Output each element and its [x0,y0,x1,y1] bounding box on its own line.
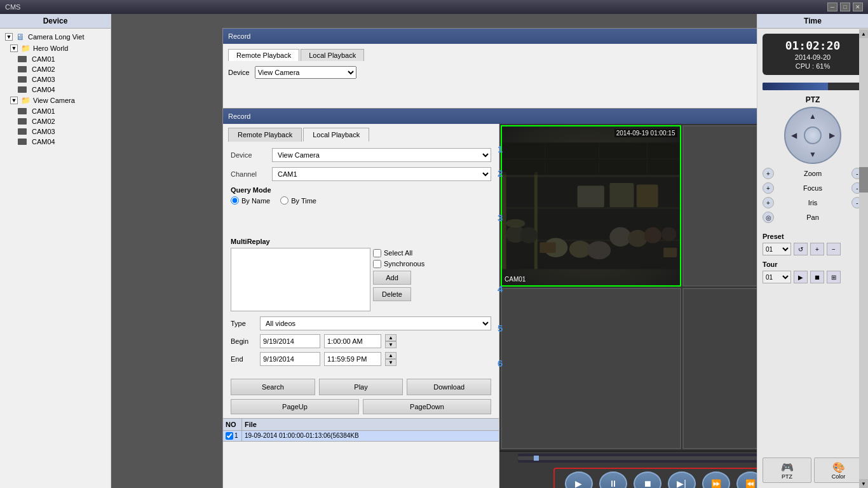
device-select[interactable]: View Camera [272,148,491,162]
col-file: File [242,419,499,430]
pan-radio-btn[interactable]: ◎ [763,212,774,223]
multi-replay-list[interactable] [231,248,370,311]
radio-by-name-input[interactable] [231,196,239,205]
maximize-btn[interactable]: □ [840,3,850,11]
zoom-plus-btn[interactable]: + [763,168,774,179]
begin-date-input[interactable] [260,334,320,348]
synchronous-checkbox[interactable]: Synchronous [373,260,424,268]
svg-rect-14 [609,183,634,207]
iris-plus-btn[interactable]: + [763,197,774,208]
sidebar-item-cam03-hw[interactable]: CAM03 [3,74,108,85]
right-scrollbar[interactable]: ▲ ▼ [859,29,868,488]
tab-local-playback[interactable]: Local Playback [303,128,369,142]
preset-row: 01 ↺ + − [763,243,863,255]
sidebar-item-view-camera[interactable]: ▼ 📁 View Camera [3,95,108,106]
camera-cell-1[interactable]: 2014-09-19 01:00:15 CAM01 [501,125,681,287]
file-row-checkbox[interactable] [226,432,233,440]
tree-label-cam03-hw: CAM03 [32,76,55,83]
preset-select[interactable]: 01 [763,243,791,255]
timeline-thumb[interactable] [534,456,539,461]
sidebar-item-cam01-hw[interactable]: CAM01 [3,54,108,64]
sidebar-item-camera-long-viet[interactable]: ▼ 🖥 Camera Long Viet [3,31,108,43]
preset-add-btn[interactable]: + [810,243,824,255]
ptz-center-btn[interactable] [804,126,822,144]
tour-select[interactable]: 01 [763,271,791,283]
expand-hero-world[interactable]: ▼ [10,44,18,52]
ptz-down-arrow[interactable]: ▼ [807,149,818,160]
expand-camera-long-viet[interactable]: ▼ [5,33,13,41]
bg-tab-local[interactable]: Local Playback [301,49,364,61]
pause-ctrl-btn[interactable]: ⏸ [599,471,627,488]
ptz-pad[interactable]: ▲ ▼ ◀ ▶ [784,107,841,164]
type-section: Type All videos Begin ▲ ▼ [223,311,499,375]
search-button[interactable]: Search [231,379,315,395]
minimize-btn[interactable]: ─ [827,3,837,11]
fast-fwd-ctrl-btn[interactable]: ⏩ [702,471,730,488]
tour-play-btn[interactable]: ▶ [794,271,808,283]
step-fwd-ctrl-btn[interactable]: ▶| [668,471,696,488]
page-up-button[interactable]: PageUp [231,399,359,414]
svg-point-11 [644,227,661,243]
end-time-up[interactable]: ▲ [385,352,397,359]
tour-grid-btn[interactable]: ⊞ [827,271,841,283]
page-down-button[interactable]: PageDown [363,399,491,414]
end-time-input[interactable] [324,352,381,366]
sidebar-item-cam04-vc[interactable]: CAM04 [3,137,108,147]
pan-row: ◎ Pan [763,212,863,223]
ptz-bottom-btn[interactable]: 🎮 PTZ [763,458,811,483]
preset-refresh-btn[interactable]: ↺ [794,243,808,255]
download-button[interactable]: Download [407,379,491,395]
expand-view-camera[interactable]: ▼ [10,97,18,104]
cam-nosignal-3 [502,289,680,448]
svg-point-10 [628,230,647,247]
ptz-label: PTZ [757,93,868,107]
tree-label-cam03-vc: CAM03 [32,128,55,135]
play-ctrl-btn[interactable]: ▶ [565,471,593,488]
radio-by-time-input[interactable] [280,196,288,205]
bg-device-select[interactable]: View Camera [255,66,356,79]
sidebar-item-cam02-hw[interactable]: CAM02 [3,64,108,74]
type-select[interactable]: All videos [260,316,491,330]
radio-by-name[interactable]: By Name [231,196,270,205]
table-row[interactable]: 1 19-09-2014 01:00:00-01:13:06(56384KB [223,431,499,442]
sidebar-item-cam03-vc[interactable]: CAM03 [3,126,108,137]
scroll-down-btn[interactable]: ▼ [859,479,868,488]
add-button[interactable]: Add [373,271,411,285]
sidebar-item-cam04-hw[interactable]: CAM04 [3,85,108,95]
begin-time-input[interactable] [324,334,381,348]
select-all-checkbox[interactable]: Select All [373,249,424,257]
camera-cell-3[interactable] [501,288,681,449]
radio-by-time[interactable]: By Time [280,196,316,205]
select-all-input[interactable] [373,249,381,257]
scroll-thumb[interactable] [859,167,868,193]
synchronous-input[interactable] [373,260,381,268]
ptz-left-arrow[interactable]: ◀ [788,130,799,141]
close-btn[interactable]: ✕ [853,3,863,11]
delete-button[interactable]: Delete [373,287,411,301]
preset-remove-btn[interactable]: − [827,243,841,255]
channel-select[interactable]: CAM1 [272,167,491,181]
tab-remote-playback[interactable]: Remote Playback [228,128,302,142]
stop-ctrl-btn[interactable]: ⏹ [634,471,661,488]
sidebar-item-hero-world[interactable]: ▼ 📁 Hero World [3,43,108,54]
color-bottom-btn[interactable]: 🎨 Color [814,458,863,483]
focus-plus-btn[interactable]: + [763,182,774,194]
sidebar-item-cam01-vc[interactable]: CAM01 [3,106,108,116]
folder-icon-view-camera: 📁 [20,96,31,105]
bg-tab-remote[interactable]: Remote Playback [228,49,299,61]
end-date-input[interactable] [260,352,320,366]
sidebar-item-cam02-vc[interactable]: CAM02 [3,116,108,126]
end-time-down[interactable]: ▼ [385,359,397,366]
ptz-up-arrow[interactable]: ▲ [807,111,818,122]
tour-stop-btn[interactable]: ⏹ [810,271,824,283]
focus-label: Focus [803,184,822,192]
begin-time-up[interactable]: ▲ [385,334,397,341]
begin-time-down[interactable]: ▼ [385,341,397,348]
ptz-right-arrow[interactable]: ▶ [826,130,837,141]
play-button[interactable]: Play [319,379,403,395]
bg-record-window: Record ─ □ ✕ Remote Playback Local Playb… [222,28,845,117]
device-form-row: Device View Camera [231,148,491,162]
scroll-up-btn[interactable]: ▲ [859,29,868,38]
cam-icon-02-vc [18,118,27,125]
progress-bar-container [763,83,863,90]
